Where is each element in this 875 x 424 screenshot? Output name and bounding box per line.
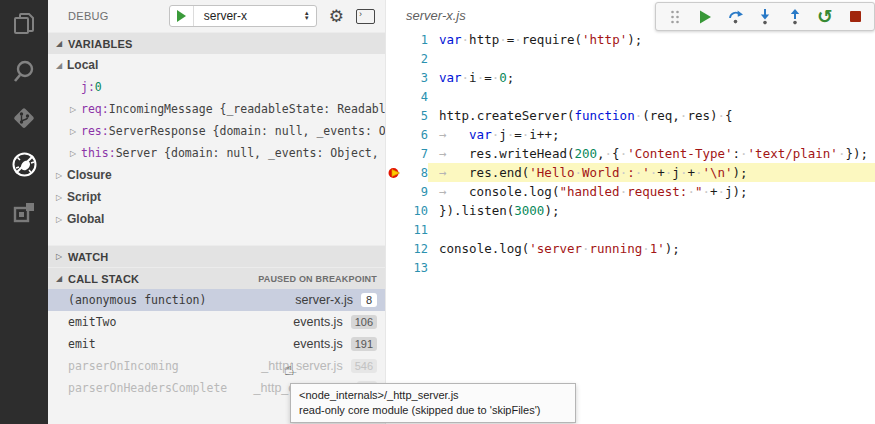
code-token: http	[469, 32, 499, 47]
tab-whitespace-icon: →	[439, 182, 469, 201]
whitespace-dot: ·	[499, 32, 507, 47]
variable-value: ServerResponse {domain: null, _events: O…	[109, 124, 385, 138]
code-area[interactable]: 1var·http·=·require('http');23var·i·=·0;…	[386, 30, 875, 277]
line-number: 2	[404, 52, 428, 66]
variable-row[interactable]: ▷this: Server {domain: null, _events: Ob…	[48, 142, 385, 164]
call-stack-frame[interactable]: (anonymous function)server-x.js8	[48, 289, 385, 311]
chevron-collapsed-icon: ▷	[56, 215, 67, 224]
code-token: console.log(	[439, 241, 529, 256]
tab-whitespace-icon: →	[439, 144, 469, 163]
configure-button[interactable]: ⚙	[329, 6, 344, 26]
sidebar-item-explorer[interactable]	[0, 0, 48, 47]
start-debug-button[interactable]	[170, 6, 194, 26]
open-debug-console-button[interactable]: ›	[356, 9, 375, 24]
code-token: );	[665, 241, 680, 256]
code-text: →console.log("handled·request:·"·+·j);	[428, 182, 875, 201]
line-number: 10	[404, 204, 428, 218]
variable-scope-row[interactable]: ▷Closure	[48, 164, 385, 186]
chevron-collapsed-icon: ▷	[56, 171, 67, 180]
chevron-expanded-icon: ◢	[56, 39, 68, 48]
code-text: →res.writeHead(200,·{·'Content-Type':·'t…	[428, 144, 875, 163]
code-line: 13	[386, 258, 875, 277]
whitespace-dot: ·	[718, 108, 726, 123]
breakpoint-gutter[interactable]	[386, 68, 404, 87]
whitespace-dot: ·	[462, 70, 470, 85]
variable-scope-row[interactable]: ◢Local	[48, 54, 385, 76]
toolbar-drag-handle[interactable]	[662, 5, 688, 29]
call-stack-frame[interactable]: emitTwoevents.js106	[48, 311, 385, 333]
stop-button[interactable]	[842, 5, 868, 29]
frame-line-badge: 106	[351, 315, 377, 329]
sidebar-item-search[interactable]	[0, 47, 48, 94]
variable-name: req:	[81, 102, 109, 116]
breakpoint-gutter[interactable]	[386, 87, 404, 106]
code-token: );	[544, 203, 559, 218]
variable-scope-row[interactable]: ▷Global	[48, 208, 385, 230]
launch-config-select[interactable]: server-x	[194, 9, 298, 23]
mouse-hand-cursor: ☝	[284, 359, 294, 379]
code-token: j	[499, 127, 507, 142]
git-branch-icon	[11, 105, 37, 131]
breakpoint-gutter[interactable]	[386, 220, 404, 239]
variable-row[interactable]: j: 0	[48, 76, 385, 98]
frame-function-name: emitTwo	[68, 315, 293, 329]
breakpoint-gutter[interactable]	[386, 239, 404, 258]
code-text	[428, 87, 875, 106]
breakpoint-gutter[interactable]	[386, 106, 404, 125]
code-token: j	[672, 165, 680, 180]
step-into-button[interactable]	[752, 5, 778, 29]
call-stack-section-header[interactable]: ◢ CALL STACK PAUSED ON BREAKPOINT	[48, 267, 385, 289]
whitespace-dot: ·	[574, 165, 582, 180]
restart-button[interactable]: ↺	[812, 5, 838, 29]
whitespace-dot: ·	[462, 32, 470, 47]
scope-name: Global	[67, 212, 104, 226]
line-number: 1	[404, 33, 428, 47]
code-token: 'Hello	[529, 165, 574, 180]
code-text: console.log('server·running·1');	[428, 239, 875, 258]
sidebar-item-extensions[interactable]	[0, 188, 48, 235]
sidebar-item-source-control[interactable]	[0, 94, 48, 141]
scope-name: Closure	[67, 168, 112, 182]
breakpoint-gutter[interactable]	[386, 144, 404, 163]
code-token: World	[582, 165, 620, 180]
tab-whitespace-icon: →	[439, 163, 469, 182]
variables-spacer	[48, 230, 385, 245]
breakpoint-gutter[interactable]	[386, 163, 404, 182]
frame-function-name: (anonymous function)	[68, 293, 295, 307]
variables-section-header[interactable]: ◢ VARIABLES	[48, 32, 385, 54]
code-line: 1var·http·=·require('http');	[386, 30, 875, 49]
code-line: 8→res.end('Hello·World·:·'·+·j·+·'\n');	[386, 163, 875, 182]
frame-function-name: parserOnHeadersComplete	[68, 381, 254, 395]
sidebar-item-debug[interactable]	[0, 141, 48, 188]
step-over-icon	[727, 8, 744, 25]
breakpoint-gutter[interactable]	[386, 201, 404, 220]
variables-list: ◢Localj: 0▷req: IncomingMessage {_readab…	[48, 54, 385, 230]
watch-section-header[interactable]: ▷ WATCH	[48, 245, 385, 267]
tooltip-note: read-only core module (skipped due to 's…	[299, 403, 567, 418]
breakpoint-gutter[interactable]	[386, 49, 404, 68]
breakpoint-gutter[interactable]	[386, 258, 404, 277]
call-stack-frame[interactable]: emitevents.js191	[48, 333, 385, 355]
variable-scope-row[interactable]: ▷Script	[48, 186, 385, 208]
config-spinner-icon[interactable]: ▲ ▼	[298, 11, 316, 21]
call-stack-tooltip: <node_internals>/_http_server.js read-on…	[290, 383, 576, 423]
frame-file-name: server-x.js	[295, 293, 353, 307]
variable-value: IncomingMessage {_readableState: Readabl…	[109, 102, 385, 116]
breakpoint-gutter[interactable]	[386, 182, 404, 201]
breakpoint-gutter[interactable]	[386, 30, 404, 49]
continue-button[interactable]	[692, 5, 718, 29]
code-token: 200	[574, 146, 597, 161]
launch-control: server-x ▲ ▼	[169, 5, 317, 27]
code-token: +	[710, 184, 718, 199]
variable-row[interactable]: ▷req: IncomingMessage {_readableState: R…	[48, 98, 385, 120]
step-over-button[interactable]	[722, 5, 748, 29]
variable-row[interactable]: ▷res: ServerResponse {domain: null, _eve…	[48, 120, 385, 142]
extensions-icon	[11, 199, 37, 225]
breakpoint-gutter[interactable]	[386, 125, 404, 144]
call-stack-frame[interactable]: parserOnIncoming_http_server.js546	[48, 355, 385, 377]
code-text: http.createServer(function·(req,·res)·{	[428, 106, 875, 125]
variable-name: this:	[81, 146, 116, 160]
code-line: 6→var·j·=·i++;	[386, 125, 875, 144]
step-out-button[interactable]	[782, 5, 808, 29]
code-token: :	[733, 146, 741, 161]
